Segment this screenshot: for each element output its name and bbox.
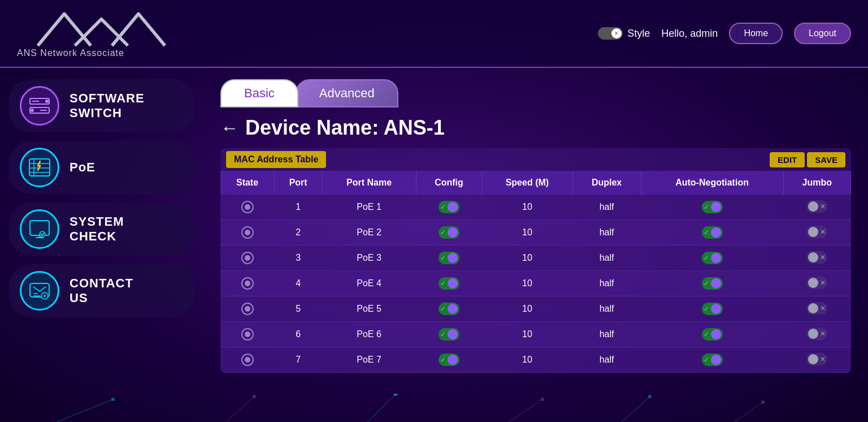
header: ANS Network Associate Style Hello, admin… — [0, 0, 868, 68]
auto-neg-toggle-2[interactable]: ✓ — [702, 226, 723, 239]
jumbo-toggle-7[interactable]: ✕ — [806, 353, 827, 365]
sidebar-label-poe: PoE — [70, 160, 96, 175]
cell-config-2[interactable]: ✓ — [416, 220, 481, 246]
cell-state-2[interactable] — [220, 220, 275, 246]
back-button[interactable]: ← — [220, 118, 238, 139]
toggle-ball — [808, 252, 818, 262]
tab-basic[interactable]: Basic — [220, 79, 298, 107]
jumbo-toggle-3[interactable]: ✕ — [806, 251, 827, 264]
style-toggle-switch[interactable] — [598, 27, 623, 40]
save-button[interactable]: SAVE — [807, 152, 845, 167]
tab-advanced[interactable]: Advanced — [296, 79, 398, 107]
cell-jumbo-2[interactable]: ✕ — [783, 220, 850, 246]
layout: SOFTWARESWITCH PoE — [0, 68, 868, 422]
cell-config-6[interactable]: ✓ — [416, 322, 481, 347]
config-toggle-2[interactable]: ✓ — [439, 226, 459, 239]
cell-jumbo-4[interactable]: ✕ — [783, 271, 850, 296]
toggle-ball — [808, 303, 818, 313]
radio-7[interactable] — [241, 354, 254, 366]
cell-auto-neg-4[interactable]: ✓ — [641, 271, 783, 296]
cell-state-1[interactable] — [220, 195, 275, 220]
cell-state-7[interactable] — [220, 347, 275, 373]
config-toggle-7[interactable]: ✓ — [439, 354, 459, 366]
auto-neg-toggle-4[interactable]: ✓ — [702, 277, 723, 290]
cell-config-1[interactable]: ✓ — [416, 195, 481, 220]
radio-3[interactable] — [241, 252, 254, 264]
col-port: Port — [275, 171, 322, 195]
home-button[interactable]: Home — [729, 23, 783, 44]
cell-jumbo-3[interactable]: ✕ — [783, 246, 850, 271]
cell-config-7[interactable]: ✓ — [416, 347, 481, 373]
cell-auto-neg-5[interactable]: ✓ — [641, 296, 783, 322]
cell-state-5[interactable] — [220, 296, 275, 322]
toggle-ball — [711, 278, 721, 288]
cell-state-3[interactable] — [220, 246, 275, 271]
check-icon: ✓ — [440, 305, 446, 313]
auto-neg-toggle-6[interactable]: ✓ — [702, 328, 723, 341]
contact-icon-container — [20, 271, 59, 311]
radio-2[interactable] — [241, 226, 254, 239]
cell-port-name-6: PoE 6 — [322, 322, 416, 347]
cell-duplex-1: half — [572, 195, 641, 220]
check-icon: ✓ — [440, 279, 446, 287]
sidebar-label-software-switch: SOFTWARESWITCH — [70, 91, 145, 120]
cell-jumbo-6[interactable]: ✕ — [783, 322, 850, 347]
sidebar-item-system-check[interactable]: SYSTEMCHECK — [8, 203, 195, 256]
jumbo-toggle-1[interactable]: ✕ — [806, 200, 827, 213]
config-toggle-4[interactable]: ✓ — [439, 277, 459, 290]
radio-1[interactable] — [241, 201, 254, 213]
auto-neg-toggle-7[interactable]: ✓ — [702, 354, 723, 366]
col-state: State — [220, 171, 275, 195]
toggle-ball — [711, 304, 721, 314]
cell-config-5[interactable]: ✓ — [416, 296, 481, 322]
cell-jumbo-5[interactable]: ✕ — [783, 296, 850, 322]
radio-5[interactable] — [241, 303, 254, 315]
jumbo-toggle-6[interactable]: ✕ — [806, 328, 827, 340]
radio-4[interactable] — [241, 277, 254, 290]
cell-config-3[interactable]: ✓ — [416, 246, 481, 271]
cell-port-2: 2 — [275, 220, 322, 246]
table-row: 4PoE 4 ✓ 10half ✓ ✕ — [220, 271, 851, 296]
logout-button[interactable]: Logout — [794, 23, 851, 44]
style-toggle[interactable]: Style — [598, 27, 650, 40]
sidebar-item-software-switch[interactable]: SOFTWARESWITCH — [8, 79, 195, 132]
check-icon: ✓ — [704, 279, 709, 287]
config-toggle-1[interactable]: ✓ — [439, 201, 459, 213]
cell-jumbo-7[interactable]: ✕ — [783, 347, 850, 373]
cell-duplex-3: half — [572, 246, 641, 271]
jumbo-toggle-2[interactable]: ✕ — [806, 226, 827, 238]
radio-6[interactable] — [241, 328, 254, 341]
cell-speed-1: 10 — [482, 195, 573, 220]
logo-icon — [17, 8, 175, 51]
auto-neg-toggle-1[interactable]: ✓ — [702, 201, 723, 213]
cell-auto-neg-2[interactable]: ✓ — [641, 220, 783, 246]
toggle-ball — [448, 329, 458, 339]
config-toggle-6[interactable]: ✓ — [439, 328, 459, 341]
cell-state-6[interactable] — [220, 322, 275, 347]
cell-jumbo-1[interactable]: ✕ — [783, 195, 850, 220]
sidebar-item-contact-us[interactable]: CONTACTUS — [8, 264, 195, 317]
edit-button[interactable]: EDIT — [770, 152, 805, 167]
hello-text: Hello, admin — [661, 28, 718, 40]
cell-auto-neg-6[interactable]: ✓ — [641, 322, 783, 347]
cell-port-4: 4 — [275, 271, 322, 296]
cell-auto-neg-1[interactable]: ✓ — [641, 195, 783, 220]
table-wrapper[interactable]: State Port Port Name Config Speed (M) Du… — [220, 171, 851, 373]
auto-neg-toggle-5[interactable]: ✓ — [702, 303, 723, 315]
config-toggle-3[interactable]: ✓ — [439, 252, 459, 264]
cell-port-1: 1 — [275, 195, 322, 220]
sidebar-item-poe[interactable]: PoE — [8, 141, 195, 194]
config-toggle-5[interactable]: ✓ — [439, 303, 459, 315]
jumbo-toggle-5[interactable]: ✕ — [806, 302, 827, 315]
cell-duplex-6: half — [572, 322, 641, 347]
cell-auto-neg-3[interactable]: ✓ — [641, 246, 783, 271]
toggle-knob — [611, 28, 622, 38]
cell-state-4[interactable] — [220, 271, 275, 296]
toggle-ball — [808, 278, 818, 288]
cell-duplex-5: half — [572, 296, 641, 322]
cell-auto-neg-7[interactable]: ✓ — [641, 347, 783, 373]
jumbo-toggle-4[interactable]: ✕ — [806, 277, 827, 289]
auto-neg-toggle-3[interactable]: ✓ — [702, 252, 723, 264]
x-icon: ✕ — [820, 279, 826, 287]
cell-config-4[interactable]: ✓ — [416, 271, 481, 296]
